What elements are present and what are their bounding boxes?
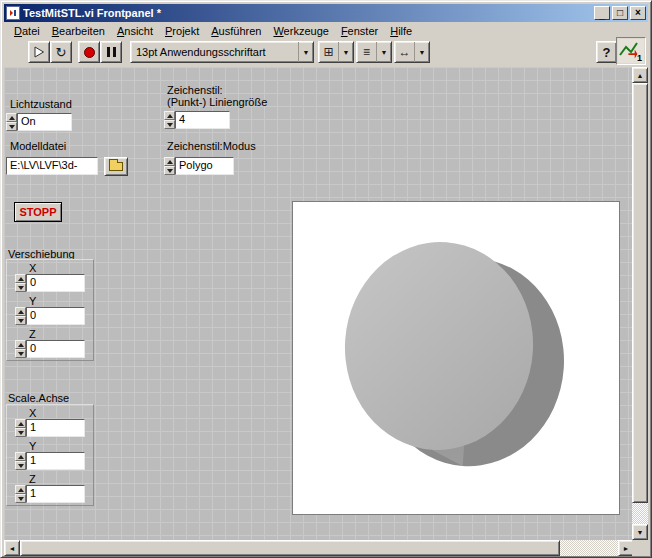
spinner bbox=[164, 157, 175, 175]
align-objects-icon: ⊞ bbox=[319, 46, 338, 58]
modelldatei-value[interactable]: E:\LV\LVF\3d- bbox=[6, 157, 98, 175]
scale-z-label: Z bbox=[29, 473, 36, 485]
spinner-down-icon bbox=[18, 464, 24, 468]
font-selector[interactable]: 13pt Anwendungsschriftart ▼ bbox=[130, 41, 314, 63]
menu-ausfuehren[interactable]: Ausführen bbox=[205, 23, 267, 39]
menu-datei[interactable]: Datei bbox=[8, 23, 46, 39]
verschiebung-z-value[interactable]: 0 bbox=[26, 340, 85, 358]
increment-button[interactable] bbox=[15, 307, 26, 316]
menu-werkzeuge[interactable]: Werkzeuge bbox=[267, 23, 334, 39]
verschiebung-x-value[interactable]: 0 bbox=[26, 274, 85, 292]
increment-button[interactable] bbox=[15, 340, 26, 349]
modelldatei-control[interactable]: E:\LV\LVF\3d- bbox=[6, 157, 98, 175]
scroll-up-button[interactable]: ▲ bbox=[632, 67, 648, 83]
window-icon[interactable] bbox=[6, 6, 20, 20]
spinner-up-icon bbox=[18, 422, 24, 426]
scroll-down-button[interactable]: ▼ bbox=[632, 524, 648, 540]
titlebar[interactable]: TestMitSTL.vi Frontpanel * _ □ × bbox=[4, 4, 648, 22]
decrement-button[interactable] bbox=[15, 349, 26, 358]
stop-button-label: STOPP bbox=[19, 206, 56, 218]
decrement-button[interactable] bbox=[15, 461, 26, 470]
pause-button[interactable] bbox=[100, 41, 122, 63]
decrement-button[interactable] bbox=[164, 120, 175, 129]
dropdown-arrow-icon: ▼ bbox=[414, 42, 429, 62]
liniengroesse-value[interactable]: 4 bbox=[175, 111, 230, 129]
spinner-down-icon bbox=[167, 169, 173, 173]
run-button[interactable] bbox=[28, 41, 50, 63]
resize-objects-icon: ↔ bbox=[395, 46, 414, 58]
verschiebung-x-control[interactable]: 0 bbox=[15, 274, 85, 292]
spinner-up-icon bbox=[18, 455, 24, 459]
verschiebung-y-value[interactable]: 0 bbox=[26, 307, 85, 325]
decrement-button[interactable] bbox=[15, 428, 26, 437]
window-title: TestMitSTL.vi Frontpanel * bbox=[23, 7, 594, 19]
help-button[interactable]: ? bbox=[596, 41, 617, 63]
scroll-left-icon: ◄ bbox=[9, 545, 16, 552]
run-continuous-button[interactable]: ↻ bbox=[50, 41, 72, 63]
menu-ansicht[interactable]: Ansicht bbox=[111, 23, 159, 39]
align-objects-dropdown[interactable]: ⊞ ▼ bbox=[318, 41, 354, 63]
scale-z-control[interactable]: 1 bbox=[15, 485, 85, 503]
increment-button[interactable] bbox=[15, 274, 26, 283]
menu-projekt[interactable]: Projekt bbox=[159, 23, 205, 39]
menu-hilfe[interactable]: Hilfe bbox=[384, 23, 418, 39]
menu-bearbeiten[interactable]: Bearbeiten bbox=[46, 23, 111, 39]
run-icon bbox=[33, 46, 45, 58]
increment-button[interactable] bbox=[164, 111, 175, 120]
scale-y-label: Y bbox=[29, 440, 36, 452]
increment-button[interactable] bbox=[6, 113, 17, 122]
liniengroesse-control[interactable]: 4 bbox=[164, 111, 230, 129]
lichtzustand-value[interactable]: On bbox=[17, 113, 72, 131]
decrement-button[interactable] bbox=[15, 316, 26, 325]
scale-y-value[interactable]: 1 bbox=[26, 452, 85, 470]
scroll-left-button[interactable]: ◄ bbox=[4, 540, 20, 556]
decrement-button[interactable] bbox=[15, 283, 26, 292]
spinner-up-icon bbox=[18, 488, 24, 492]
dropdown-arrow-icon: ▼ bbox=[338, 42, 353, 62]
stop-button[interactable]: STOPP bbox=[14, 202, 62, 222]
scale-x-value[interactable]: 1 bbox=[26, 419, 85, 437]
distribute-objects-dropdown[interactable]: ≡ ▼ bbox=[356, 41, 392, 63]
maximize-button[interactable]: □ bbox=[612, 6, 628, 20]
vi-frontpanel-window: TestMitSTL.vi Frontpanel * _ □ × Datei B… bbox=[0, 0, 652, 558]
verschiebung-z-label: Z bbox=[29, 328, 36, 340]
scale-z-value[interactable]: 1 bbox=[26, 485, 85, 503]
increment-button[interactable] bbox=[15, 485, 26, 494]
horizontal-scroll-thumb[interactable] bbox=[20, 540, 560, 556]
decrement-button[interactable] bbox=[164, 166, 175, 175]
verschiebung-y-control[interactable]: 0 bbox=[15, 307, 85, 325]
continuous-run-icon: ↻ bbox=[56, 46, 67, 59]
verschiebung-z-control[interactable]: 0 bbox=[15, 340, 85, 358]
browse-button[interactable] bbox=[104, 157, 128, 176]
increment-button[interactable] bbox=[15, 452, 26, 461]
verschiebung-y-label: Y bbox=[29, 295, 36, 307]
decrement-button[interactable] bbox=[15, 494, 26, 503]
window-controls: _ □ × bbox=[594, 6, 646, 20]
horizontal-scrollbar[interactable]: ◄ ► bbox=[4, 540, 634, 556]
decrement-button[interactable] bbox=[6, 122, 17, 131]
increment-button[interactable] bbox=[15, 419, 26, 428]
spinner bbox=[15, 452, 26, 470]
scale-y-control[interactable]: 1 bbox=[15, 452, 85, 470]
menu-fenster[interactable]: Fenster bbox=[335, 23, 384, 39]
spinner-up-icon bbox=[18, 343, 24, 347]
spinner-up-icon bbox=[18, 277, 24, 281]
abort-button[interactable] bbox=[78, 41, 100, 63]
spinner bbox=[15, 274, 26, 292]
close-button[interactable]: × bbox=[630, 6, 646, 20]
modelldatei-label: Modelldatei bbox=[10, 140, 66, 152]
vi-icon[interactable]: 1 bbox=[616, 37, 646, 65]
minimize-button[interactable]: _ bbox=[594, 6, 610, 20]
vertical-scrollbar[interactable]: ▲ ▼ bbox=[632, 67, 648, 540]
front-panel: Lichtzustand On Zeichenstil: (Punkt-) Li… bbox=[4, 67, 634, 540]
3d-picture-control[interactable] bbox=[292, 201, 620, 515]
modus-control[interactable]: Polygo bbox=[164, 157, 234, 175]
vertical-scroll-thumb[interactable] bbox=[632, 83, 648, 503]
modus-value[interactable]: Polygo bbox=[175, 157, 234, 175]
spinner-down-icon bbox=[18, 286, 24, 290]
lichtzustand-control[interactable]: On bbox=[6, 113, 72, 131]
increment-button[interactable] bbox=[164, 157, 175, 166]
resize-objects-dropdown[interactable]: ↔ ▼ bbox=[394, 41, 430, 63]
pause-icon bbox=[107, 47, 116, 57]
scale-x-control[interactable]: 1 bbox=[15, 419, 85, 437]
